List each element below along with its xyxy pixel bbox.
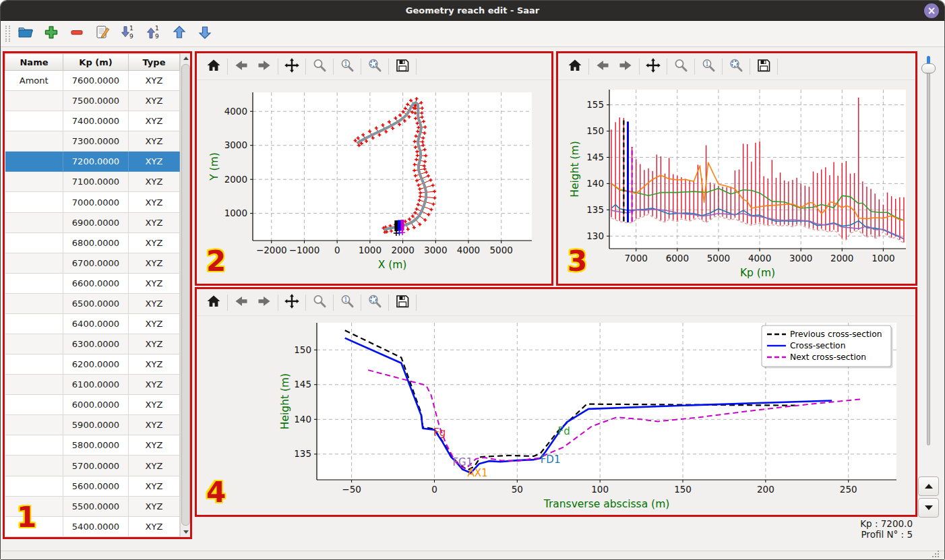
resize-grip-icon[interactable] [932,549,942,557]
table-row[interactable]: 5600.0000XYZ [5,476,180,496]
profile-slider-handle[interactable] [921,63,936,73]
sort-ascending-icon: 19 [146,24,162,43]
table-row[interactable]: 7200.0000XYZ [5,152,180,172]
svg-text:Cross-section: Cross-section [790,341,845,350]
svg-text:−1000: −1000 [289,245,320,255]
scrollbar-thumb[interactable] [181,64,190,526]
table-row[interactable]: 6000.0000XYZ [5,395,180,415]
svg-text:1: 1 [155,25,159,32]
profile-slider-track[interactable] [927,56,930,445]
longitudinal-profile-chart[interactable]: 7000600050004000300020001000130135140145… [558,80,915,284]
plan-view-chart[interactable]: −2000−1000010002000300040005000100020003… [197,80,551,284]
move-down-button[interactable] [195,24,215,44]
svg-text:5000: 5000 [707,253,730,263]
profile-zoom-original-button[interactable]: 1 [697,57,720,77]
home-icon [206,57,222,76]
table-row[interactable]: Amont7600.0000XYZ [5,71,180,91]
table-row[interactable]: 6200.0000XYZ [5,354,180,375]
plan-home-button[interactable] [202,57,225,77]
toolbar-separator [305,294,306,311]
svg-text:3000: 3000 [789,253,812,263]
toolbar-separator [777,59,778,75]
column-header-1[interactable]: Kp (m) [63,54,129,71]
cross-pan-button[interactable] [280,292,303,313]
table-row[interactable]: 7300.0000XYZ [5,131,180,152]
down-arrow-icon [183,530,189,534]
table-row[interactable]: 6500.0000XYZ [5,293,180,313]
profile-home-button[interactable] [563,57,586,77]
sort-ascending-button[interactable]: 19 [144,24,164,44]
annotation-number-3: 3 [568,247,587,276]
svg-text:2000: 2000 [391,245,414,255]
table-row[interactable]: 6700.0000XYZ [5,253,180,273]
svg-text:200: 200 [757,484,774,495]
close-button[interactable]: × [924,3,939,18]
profile-zoom-button[interactable] [669,57,692,77]
profile-save-button[interactable] [752,57,775,77]
next-profile-button[interactable] [918,498,939,518]
cross-section-list-panel: NameKp (m)Type Amont7600.0000XYZ7500.000… [3,51,192,539]
table-row[interactable]: 7100.0000XYZ [5,172,180,192]
cross-back-button[interactable] [230,292,253,313]
table-row[interactable]: 6600.0000XYZ [5,273,180,293]
cell-kp: 5900.0000 [63,415,129,435]
profile-back-button[interactable] [591,57,614,77]
svg-text:Height (m): Height (m) [279,373,291,429]
column-header-2[interactable]: Type [129,54,180,71]
cell-type: XYZ [129,375,180,395]
table-row[interactable]: 5900.0000XYZ [5,415,180,435]
table-row[interactable]: 6100.0000XYZ [5,375,180,395]
table-row[interactable]: 7400.0000XYZ [5,111,180,131]
cross-zoom-button[interactable] [308,292,331,313]
cross-home-button[interactable] [202,292,225,313]
table-row[interactable]: 6800.0000XYZ [5,232,180,253]
plan-save-button[interactable] [391,57,414,77]
svg-text:X (m): X (m) [378,259,407,271]
table-row[interactable]: 5800.0000XYZ [5,435,180,456]
scroll-up-button[interactable] [181,53,190,63]
zoom-icon [311,293,328,312]
plan-forward-button[interactable] [253,57,276,77]
table-row[interactable]: 6300.0000XYZ [5,334,180,354]
cross-forward-button[interactable] [253,292,276,313]
titlebar[interactable]: Geometry reach edit - Saar × [1,1,944,21]
previous-profile-button[interactable] [918,476,939,496]
table-row[interactable]: 5700.0000XYZ [5,456,180,476]
edit-button[interactable] [92,24,113,44]
add-button[interactable] [41,24,61,44]
cross-save-button[interactable] [391,292,414,313]
column-header-0[interactable]: Name [5,54,63,71]
table-scrollbar[interactable] [180,53,190,537]
table-row[interactable]: 7000.0000XYZ [5,192,180,212]
scroll-down-button[interactable] [181,527,190,537]
cross-zoom-fit-button[interactable] [363,292,386,313]
open-button[interactable] [16,24,36,44]
cell-kp: 7500.0000 [63,91,129,111]
svg-text:7000: 7000 [625,253,648,263]
table-row[interactable]: 6400.0000XYZ [5,313,180,334]
up-arrow-icon [183,57,189,60]
table-row[interactable]: 6900.0000XYZ [5,212,180,232]
geometry-table[interactable]: NameKp (m)Type Amont7600.0000XYZ7500.000… [5,53,180,537]
plan-zoom-button[interactable] [308,57,331,77]
cell-type: XYZ [129,232,180,253]
plan-pan-button[interactable] [280,57,303,77]
remove-button[interactable] [67,24,87,44]
plan-zoom-fit-button[interactable] [363,57,386,77]
forward-icon [256,57,272,76]
cell-kp: 5700.0000 [63,456,129,476]
cell-name [5,232,63,253]
profile-zoom-fit-button[interactable] [725,57,748,77]
cross-section-chart[interactable]: −50050100150200250135140145150Transverse… [197,316,915,515]
toolbar-separator [227,294,228,311]
profile-pan-button[interactable] [642,57,665,77]
sort-descending-button[interactable]: 19 [118,24,138,44]
move-up-button[interactable] [169,24,189,44]
table-row[interactable]: 7500.0000XYZ [5,91,180,111]
plan-zoom-original-button[interactable]: 1 [336,57,359,77]
cell-kp: 5800.0000 [63,435,129,456]
toolbar-drag-handle[interactable] [5,26,10,42]
cross-zoom-original-button[interactable]: 1 [336,292,359,313]
profile-forward-button[interactable] [614,57,637,77]
plan-back-button[interactable] [230,57,253,77]
